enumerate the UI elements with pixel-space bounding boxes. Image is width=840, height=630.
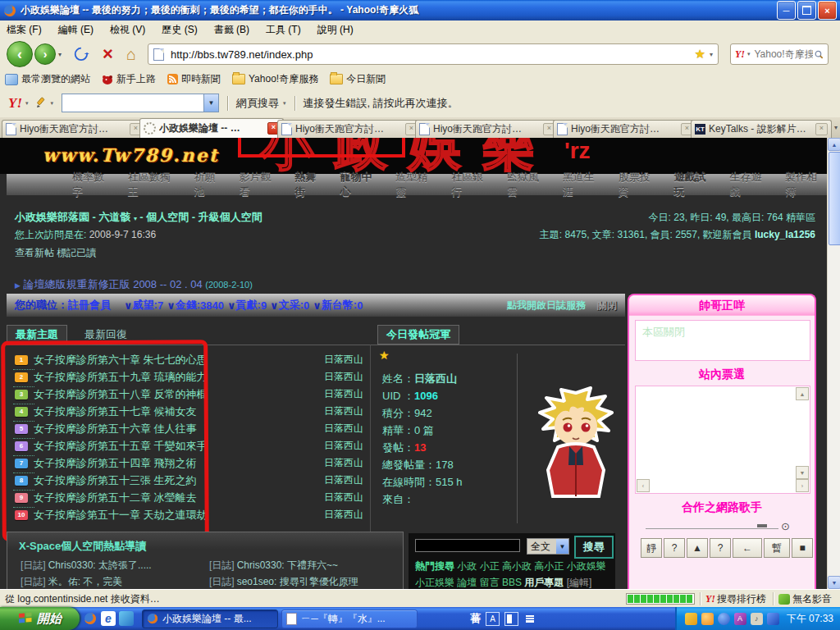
magnifier-icon[interactable] bbox=[815, 49, 823, 60]
xspace-entry[interactable]: [日誌]Chris0330: 太誇張了..... bbox=[21, 559, 152, 573]
tray-smiley-icon[interactable] bbox=[701, 613, 714, 625]
thread-author-link[interactable]: 日落西山 bbox=[316, 387, 370, 401]
pencil-dropdown-icon[interactable]: ▾ bbox=[51, 100, 54, 107]
player-play-button[interactable]: ▲ bbox=[687, 538, 708, 558]
edit-link[interactable]: [編輯] bbox=[567, 577, 592, 588]
back-button[interactable]: ‹ bbox=[7, 41, 33, 67]
home-button[interactable]: ⌂ bbox=[126, 45, 136, 64]
thread-author-link[interactable]: 日落西山 bbox=[316, 404, 370, 418]
yahoo-menu-dropdown-icon[interactable]: ▾ bbox=[25, 100, 29, 107]
tab-hiyo-3[interactable]: Hiyo衝天跑官方討… × bbox=[415, 120, 559, 138]
breadcrumb-main[interactable]: 小政娛樂部落園 - 六道骸 bbox=[15, 211, 131, 223]
scroll-right-icon[interactable]: › bbox=[796, 479, 809, 492]
scroll-down-icon[interactable]: ▼ bbox=[796, 466, 809, 479]
forward-button[interactable]: › bbox=[34, 43, 56, 65]
toolbar-splitter[interactable] bbox=[227, 96, 228, 111]
taskbar-item-forum[interactable]: 小政娛樂論壇 -- 最... bbox=[142, 609, 278, 628]
nav-item[interactable]: 黑道生涯 bbox=[563, 170, 605, 199]
quicklaunch-messenger-icon[interactable] bbox=[119, 611, 134, 626]
tab-keytalks[interactable]: KT KeyTalks - 說影解片… × bbox=[691, 120, 832, 138]
wretch-icon[interactable] bbox=[778, 594, 790, 605]
pencil-icon[interactable] bbox=[35, 97, 48, 109]
breadcrumb-dropdown-icon[interactable]: ▾ bbox=[134, 215, 137, 222]
scroll-up-icon[interactable]: ▲ bbox=[796, 387, 809, 400]
search-engine-dropdown-icon[interactable]: ▾ bbox=[747, 51, 751, 57]
nav-item[interactable]: 機率數字 bbox=[72, 170, 114, 199]
nav-item[interactable]: 遊戲試玩 bbox=[674, 170, 716, 199]
bookmark-latest-news[interactable]: 即時新聞 bbox=[167, 72, 221, 86]
player-slider-handle[interactable] bbox=[757, 524, 767, 527]
menu-help[interactable]: 說明 (H) bbox=[317, 23, 354, 37]
thread-author-link[interactable]: 日落西山 bbox=[316, 353, 370, 367]
page-scrollbar[interactable]: ▲ ▼ bbox=[827, 138, 840, 589]
nav-item[interactable]: 影片觀看 bbox=[240, 170, 281, 199]
nav-item[interactable]: 熱舞街 bbox=[294, 170, 326, 199]
player-mute-button[interactable]: 靜 bbox=[641, 538, 662, 558]
xspace-entry[interactable]: [日誌]米。佑: 不，完美 bbox=[21, 575, 122, 589]
view-new-posts-link[interactable]: 查看新帖 bbox=[15, 247, 54, 258]
reload-button[interactable] bbox=[73, 46, 89, 62]
thread-author-link[interactable]: 日落西山 bbox=[316, 422, 370, 436]
search-scope-select[interactable]: 全文 ▼ bbox=[527, 538, 569, 555]
bookmark-yahoo-services[interactable]: Yahoo!奇摩服務 bbox=[232, 72, 318, 86]
ime-language-icon[interactable]: 蕃 bbox=[470, 611, 481, 626]
nav-item[interactable]: 社區數獨王 bbox=[128, 170, 180, 199]
thread-author-link[interactable]: 日落西山 bbox=[316, 439, 370, 453]
tray-messenger-icon[interactable] bbox=[718, 613, 730, 625]
web-search-button[interactable]: 網頁搜尋 bbox=[236, 96, 279, 111]
nav-item[interactable]: 寵物中心 bbox=[340, 170, 381, 199]
ime-toolbar-icon[interactable] bbox=[523, 613, 536, 625]
tray-volume-icon[interactable]: ♪ bbox=[751, 613, 763, 625]
yahoo-rank-link[interactable]: 搜尋排行榜 bbox=[717, 592, 766, 606]
breadcrumb-links[interactable]: - 個人空間 - 升級個人空間 bbox=[139, 211, 262, 223]
thread-author-link[interactable]: 日落西山 bbox=[316, 370, 370, 384]
tray-mail-icon[interactable] bbox=[685, 613, 697, 625]
maximize-button[interactable] bbox=[797, 1, 816, 20]
tab-close-icon[interactable]: × bbox=[815, 123, 828, 135]
quicklaunch-ie-icon[interactable]: e bbox=[101, 611, 116, 626]
tab-hiyo-1[interactable]: Hiyo衝天跑官方討… × bbox=[2, 120, 146, 138]
close-button[interactable]: × bbox=[818, 1, 837, 20]
minimize-button[interactable]: ─ bbox=[777, 1, 796, 20]
thread-author-link[interactable]: 日落西山 bbox=[316, 456, 370, 470]
nav-item[interactable]: 造型精靈 bbox=[395, 170, 437, 199]
menu-history[interactable]: 歷史 (S) bbox=[162, 23, 197, 37]
thread-author-link[interactable]: 日落西山 bbox=[316, 491, 370, 504]
bookmark-dropdown-icon[interactable]: ▾ bbox=[710, 51, 713, 58]
search-bar[interactable]: Y! ▾ bbox=[730, 43, 829, 65]
menu-edit[interactable]: 編輯 (E) bbox=[58, 23, 94, 37]
taskbar-clock[interactable]: 下午 07:33 bbox=[787, 612, 833, 626]
journal-service-link[interactable]: 點我開啟日誌服務 bbox=[507, 299, 586, 313]
history-dropdown-icon[interactable]: ▾ bbox=[58, 51, 62, 58]
tab-hiyo-4[interactable]: Hiyo衝天跑官方討… × bbox=[553, 120, 697, 138]
menu-tools[interactable]: 工具 (T) bbox=[266, 23, 301, 37]
keyword-links[interactable]: 小正娛樂 論壇 留言 BBS bbox=[415, 577, 522, 588]
scrollbar-up-icon[interactable]: ▲ bbox=[828, 138, 840, 151]
web-search-dropdown-icon[interactable]: ▾ bbox=[283, 100, 286, 107]
xspace-entry[interactable]: [日誌]Chris0330: 下禮拜六~~ bbox=[209, 559, 338, 573]
yahoo-status-icon[interactable]: Y! bbox=[705, 593, 715, 605]
announcement-link[interactable]: 論壇總版規重新修正版 2008 -- 02 . 04 bbox=[24, 278, 203, 290]
start-button[interactable]: 開始 bbox=[0, 607, 80, 630]
nav-item[interactable]: 股票投資 bbox=[619, 170, 660, 199]
player-slider-track[interactable] bbox=[646, 528, 778, 529]
player-stop-button[interactable]: ■ bbox=[792, 538, 813, 558]
player-button[interactable]: ? bbox=[664, 538, 685, 558]
player-button[interactable]: ? bbox=[710, 538, 731, 558]
bookmark-most-visited[interactable]: 最常瀏覽的網站 bbox=[5, 72, 90, 86]
menu-file[interactable]: 檔案 (F) bbox=[7, 23, 42, 37]
nav-item[interactable]: 生存遊戲 bbox=[729, 170, 771, 199]
url-bar[interactable]: ★ ▾ bbox=[148, 43, 719, 65]
keyword-links[interactable]: 小政 小正 高小政 高小正 小政娛樂 bbox=[457, 560, 605, 572]
bookmark-star-icon[interactable]: ★ bbox=[695, 47, 705, 62]
player-pause-button[interactable]: 暫 bbox=[764, 538, 790, 558]
yahoo-toolbar-logo[interactable]: Y! bbox=[8, 95, 22, 112]
keyword-bold-link[interactable]: 用戶專題 bbox=[524, 577, 564, 588]
menu-view[interactable]: 檢視 (V) bbox=[110, 23, 145, 37]
nav-item[interactable]: 社區銀行 bbox=[451, 170, 493, 199]
player-back-button[interactable]: ← bbox=[733, 538, 762, 558]
scrollbar-down-icon[interactable]: ▼ bbox=[828, 576, 840, 589]
combobox-dropdown-icon[interactable]: ▼ bbox=[203, 94, 218, 112]
player-dial-icon[interactable]: ⊙ bbox=[781, 520, 790, 532]
thread-author-link[interactable]: 日落西山 bbox=[316, 508, 370, 522]
